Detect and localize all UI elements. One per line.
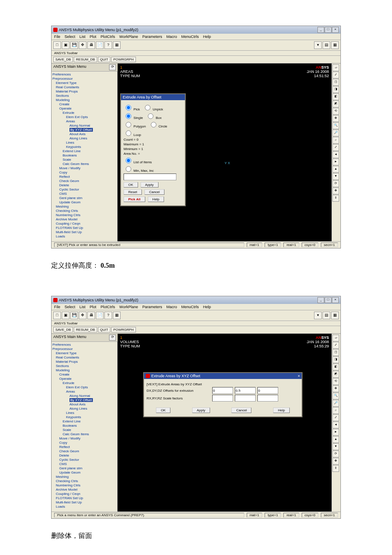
tree-item[interactable]: Elem Ext Opts (52, 115, 116, 119)
tree-refresh-icon[interactable]: ⟳ (109, 335, 116, 341)
tool-print-icon[interactable]: 🖶 (87, 41, 95, 49)
rotate-right-icon[interactable]: ► (332, 159, 339, 165)
tree-item[interactable]: Delete (52, 454, 116, 458)
tree-item[interactable]: Extend Line (52, 419, 116, 424)
cancel-button[interactable]: Cancel (231, 408, 251, 413)
menu-workplane[interactable]: WorkPlane (119, 35, 138, 39)
tree-item[interactable]: Update Geom (52, 471, 116, 475)
tab-quit[interactable]: QUIT (98, 327, 110, 332)
tree-item[interactable]: Numbering Ctrls (52, 483, 116, 488)
tree-item[interactable]: Calc Geom Items (52, 162, 116, 166)
tree-item[interactable]: Keypoints (52, 415, 116, 419)
radio-pick[interactable] (126, 105, 131, 110)
tool-new-icon[interactable]: □ (53, 312, 61, 319)
tree-item[interactable]: Multi-field Set Up (52, 500, 116, 505)
tree-item[interactable]: Loads (52, 505, 116, 509)
tree-item[interactable]: Areas (52, 390, 116, 394)
tree-item[interactable]: Check Geom (52, 179, 116, 183)
tree-item[interactable]: Checking Ctrls (52, 479, 116, 483)
rz-input[interactable] (257, 395, 278, 402)
view-front-icon[interactable]: ◫ (332, 349, 339, 356)
rotate-down-icon[interactable]: ▼ (332, 173, 339, 180)
tree-item[interactable]: Along Lines (52, 407, 116, 411)
tree-item[interactable]: Move / Modify (52, 166, 116, 171)
main-menu-tree[interactable]: PreferencesPreprocessorElement TypeReal … (52, 72, 118, 241)
apply-button[interactable]: Apply (192, 408, 210, 413)
rotate-up-icon[interactable]: ▲ (332, 436, 339, 443)
tree-item[interactable]: FLOTRAN Set Up (52, 226, 116, 230)
zoom-in-icon[interactable]: 🔍 (332, 393, 339, 399)
tree-item[interactable]: Scale (52, 428, 116, 432)
tool-help-icon[interactable]: ? (104, 41, 112, 49)
tree-item[interactable]: About Axis (52, 402, 116, 407)
pickall-button[interactable]: Pick All (124, 197, 145, 202)
menu-menuctrls[interactable]: MenuCtrls (181, 305, 199, 309)
zoom-fit-icon[interactable]: ⤢ (332, 414, 339, 421)
tool-image-icon[interactable]: ▦ (113, 41, 121, 49)
menu-plot[interactable]: Plot (90, 305, 97, 309)
tree-item[interactable]: Numbering Ctrls (52, 213, 116, 217)
zoom-out-icon[interactable]: 🔎 (332, 130, 339, 136)
dz-input[interactable] (257, 387, 278, 394)
tab-resum-db[interactable]: RESUM_DB (74, 327, 97, 332)
tree-item[interactable]: Along Normal (52, 124, 116, 128)
tree-item[interactable]: Check Geom (52, 449, 116, 454)
tree-item[interactable]: Coupling / Ceqn (52, 492, 116, 496)
minimize-button[interactable]: _ (317, 27, 324, 33)
close-button[interactable]: × (332, 27, 339, 33)
menu-menuctrls[interactable]: MenuCtrls (181, 35, 199, 39)
tool-report-icon[interactable]: 📄 (96, 41, 104, 49)
zoom-out-icon[interactable]: 🔎 (332, 400, 339, 407)
tree-item[interactable]: Delete (52, 183, 116, 188)
maximize-button[interactable]: □ (325, 297, 331, 303)
tree-item[interactable]: Preferences (52, 72, 116, 77)
radio-circle[interactable] (151, 122, 156, 127)
tree-item[interactable]: Along Lines (52, 136, 116, 141)
help-button[interactable]: Help (273, 408, 289, 413)
tree-item[interactable]: Cyclic Sector (52, 458, 116, 462)
tree-item[interactable]: Material Props (52, 360, 116, 364)
view-fit-icon[interactable]: ⤢ (332, 72, 339, 78)
close-icon[interactable]: × (298, 374, 300, 378)
view-top-icon[interactable]: ◧ (332, 364, 339, 370)
main-menu-tree[interactable]: PreferencesPreprocessorElement TypeReal … (52, 342, 118, 512)
tree-item[interactable]: By XYZ Offset (52, 128, 116, 132)
tree-item[interactable]: Reflect (52, 175, 116, 179)
view-pan-icon[interactable]: ✥ (332, 385, 339, 392)
tab-resum-db[interactable]: RESUM_DB (74, 57, 97, 62)
menu-plotctrls[interactable]: PlotCtrls (101, 35, 115, 39)
tree-item[interactable]: Preprocessor (52, 77, 116, 81)
tree-item[interactable]: Scale (52, 158, 116, 162)
radio-box[interactable] (148, 113, 153, 119)
tree-item[interactable]: Extrude (52, 111, 116, 115)
tree-item[interactable]: Lines (52, 141, 116, 145)
menu-help[interactable]: Help (203, 305, 211, 309)
tree-item[interactable]: Archive Model (52, 217, 116, 222)
tool-pan-icon[interactable]: ✥ (79, 41, 86, 49)
zoom-fit-icon[interactable]: ⤢ (332, 144, 339, 151)
radio-list[interactable] (126, 158, 131, 163)
tree-item[interactable]: Operate (52, 107, 116, 111)
tree-item[interactable]: Real Constants (52, 85, 116, 90)
rx-input[interactable] (212, 395, 233, 402)
rotate-up-icon[interactable]: ▲ (332, 166, 339, 173)
zoom-box-icon[interactable]: ⌕ (332, 407, 339, 414)
tool-save-icon[interactable]: 💾 (70, 41, 78, 49)
tool-print-icon[interactable]: 🖶 (87, 312, 95, 319)
tool-multi-icon[interactable]: ▦ (331, 312, 339, 319)
pick-input[interactable] (124, 173, 176, 180)
help-button[interactable]: Help (148, 197, 164, 202)
tool-save-icon[interactable]: 💾 (70, 312, 78, 319)
view-oblique-icon[interactable]: ◩ (332, 371, 339, 378)
view-rotate-icon[interactable]: ⟲ (332, 108, 339, 115)
menu-help[interactable]: Help (203, 35, 211, 39)
tab-save-db[interactable]: SAVE_DB (53, 327, 73, 332)
radio-loop[interactable] (126, 130, 131, 136)
view-front-icon[interactable]: ◫ (332, 79, 339, 86)
zoom-in-icon[interactable]: 🔍 (332, 122, 339, 129)
tree-item[interactable]: Elem Ext Opts (52, 385, 116, 390)
dyn-rotate-icon[interactable]: ⟳ (332, 451, 339, 457)
dx-input[interactable] (212, 387, 233, 394)
dyn-rotate-icon[interactable]: ⟳ (332, 180, 339, 187)
menu-list[interactable]: List (80, 35, 86, 39)
